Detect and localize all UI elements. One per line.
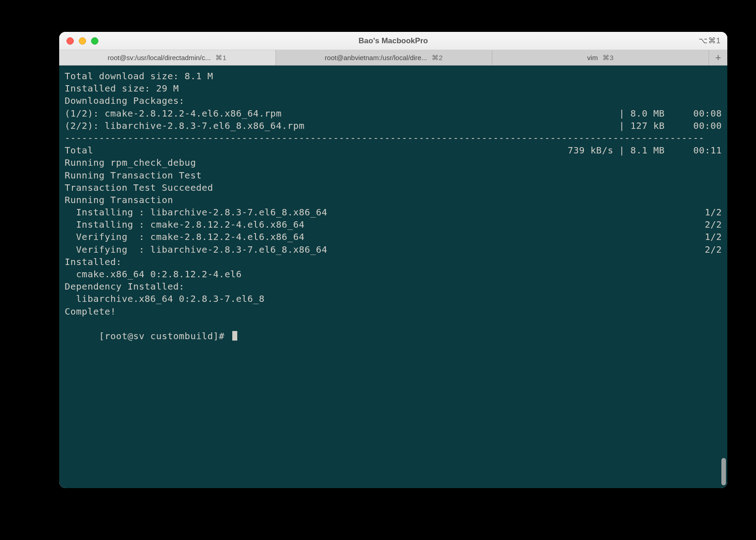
plus-icon: +: [715, 52, 721, 64]
terminal-line: Complete!: [65, 306, 722, 318]
tab-shortcut: ⌘1: [215, 54, 227, 62]
terminal-line: Downloading Packages:: [65, 95, 722, 107]
prompt-text: [root@sv custombuild]#: [99, 331, 230, 341]
terminal-line: Running rpm_check_debug: [65, 157, 722, 169]
separator-line: ----------------------------------------…: [65, 132, 722, 144]
terminal-window: Bao's MacbookPro ⌥⌘1 root@sv:/usr/local/…: [59, 32, 727, 488]
tab-label: root@sv:/usr/local/directadmin/c...: [108, 54, 211, 61]
terminal-line: Running Transaction Test: [65, 169, 722, 182]
terminal-line: libarchive.x86_64 0:2.8.3-7.el6_8: [65, 293, 722, 305]
terminal-line: Installed:: [65, 256, 722, 268]
terminal-viewport[interactable]: Total download size: 8.1 MInstalled size…: [59, 66, 727, 488]
terminal-line: cmake.x86_64 0:2.8.12.2-4.el6: [65, 268, 722, 280]
terminal-line: Verifying : libarchive-2.8.3-7.el6_8.x86…: [65, 244, 722, 256]
terminal-line: Verifying : cmake-2.8.12.2-4.el6.x86_641…: [65, 231, 722, 243]
terminal-line: Total739 kB/s | 8.1 MB 00:11: [65, 144, 722, 157]
terminal-line: Installing : cmake-2.8.12.2-4.el6.x86_64…: [65, 219, 722, 231]
prompt-line[interactable]: [root@sv custombuild]#: [65, 318, 722, 355]
cursor-icon: [232, 331, 237, 341]
terminal-line: (1/2): cmake-2.8.12.2-4.el6.x86_64.rpm| …: [65, 107, 722, 120]
tab-shortcut: ⌘2: [432, 54, 443, 62]
tab-label: root@anbvietnam:/usr/local/dire...: [325, 54, 427, 61]
tab-bar: root@sv:/usr/local/directadmin/c... ⌘1 r…: [59, 50, 727, 66]
terminal-line: Running Transaction: [65, 194, 722, 206]
terminal-line: Dependency Installed:: [65, 280, 722, 293]
terminal-line: Total download size: 8.1 M: [65, 70, 722, 82]
scroll-thumb[interactable]: [721, 458, 726, 485]
tab-2[interactable]: root@anbvietnam:/usr/local/dire... ⌘2: [276, 50, 493, 65]
terminal-line: Installed size: 29 M: [65, 82, 722, 95]
window-title: Bao's MacbookPro: [59, 36, 727, 46]
window-shortcut: ⌥⌘1: [699, 36, 721, 46]
tab-1[interactable]: root@sv:/usr/local/directadmin/c... ⌘1: [59, 50, 276, 65]
terminal-output: Total download size: 8.1 MInstalled size…: [65, 70, 722, 318]
new-tab-button[interactable]: +: [709, 50, 727, 65]
tab-3[interactable]: vim ⌘3: [492, 50, 709, 65]
tab-label: vim: [587, 54, 598, 61]
vertical-scrollbar[interactable]: [719, 66, 726, 488]
terminal-line: Transaction Test Succeeded: [65, 182, 722, 194]
terminal-line: (2/2): libarchive-2.8.3-7.el6_8.x86_64.r…: [65, 120, 722, 132]
terminal-line: Installing : libarchive-2.8.3-7.el6_8.x8…: [65, 206, 722, 219]
tab-shortcut: ⌘3: [603, 54, 614, 62]
titlebar[interactable]: Bao's MacbookPro ⌥⌘1: [59, 32, 727, 50]
